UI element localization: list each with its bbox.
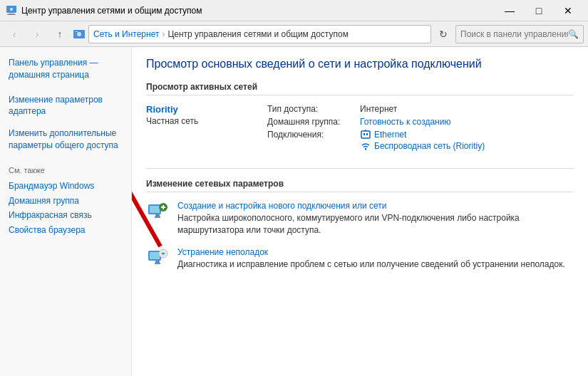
homegroup-label: Домашняя группа: — [267, 117, 360, 127]
sidebar-item-infrared[interactable]: Инфракрасная связь — [9, 208, 123, 223]
new-connection-icon-box — [146, 201, 169, 224]
svg-rect-15 — [155, 216, 160, 218]
new-connection-icon — [147, 202, 168, 223]
svg-point-24 — [163, 253, 165, 255]
ethernet-icon — [360, 130, 371, 140]
wifi-label: Беспроводная сеть (Rioritiy) — [374, 141, 485, 151]
svg-point-3 — [10, 8, 13, 11]
breadcrumb-current: Центр управления сетями и общим доступом — [167, 29, 349, 39]
refresh-button[interactable]: ↻ — [434, 25, 453, 43]
new-connection-desc: Настройка широкополосного, коммутируемог… — [177, 212, 574, 236]
setting-item-troubleshoot: Устранение неполадок Диагностика и испра… — [146, 247, 574, 271]
troubleshoot-desc: Диагностика и исправление проблем с сеть… — [177, 258, 574, 271]
network-name[interactable]: Rioritiy — [146, 104, 253, 115]
close-button[interactable]: ✕ — [554, 0, 582, 21]
wifi-connection[interactable]: Беспроводная сеть (Rioritiy) — [360, 141, 485, 151]
troubleshoot-icon-box — [146, 247, 169, 270]
change-settings-label: Изменение сетевых параметров — [146, 179, 574, 192]
breadcrumb-sep: › — [162, 29, 165, 39]
up-button[interactable]: ↑ — [50, 24, 70, 44]
page-title: Просмотр основных сведений о сети и наст… — [146, 57, 574, 72]
access-type-value: Интернет — [360, 104, 397, 114]
sidebar-item-adapter[interactable]: Изменение параметров адаптера — [0, 91, 131, 121]
title-bar-left: Центр управления сетями и общим доступом — [6, 5, 202, 16]
change-settings: Изменение сетевых параметров Создание и … — [146, 168, 574, 271]
network-type: Частная сеть — [146, 116, 253, 126]
wifi-icon — [360, 141, 371, 151]
network-info-area: Тип доступа: Интернет Домашняя группа: Г… — [267, 104, 574, 154]
connections-list: Ethernet Беспроводная сеть (Rioritiy) — [360, 130, 485, 151]
search-box: 🔍 — [455, 25, 584, 43]
homegroup-value[interactable]: Готовность к созданию — [360, 117, 450, 127]
sidebar-see-also: См. также Брандмауэр Windows Домашняя гр… — [0, 166, 131, 238]
access-type-row: Тип доступа: Интернет — [267, 104, 574, 114]
ethernet-connection[interactable]: Ethernet — [360, 130, 485, 140]
svg-point-5 — [77, 32, 81, 36]
app-icon — [6, 5, 17, 16]
troubleshoot-icon — [147, 248, 168, 269]
network-name-area: Rioritiy Частная сеть — [146, 104, 253, 126]
sidebar-item-browser[interactable]: Свойства браузера — [9, 223, 123, 238]
connections-row: Подключения: Ethernet — [267, 130, 574, 151]
breadcrumb: Сеть и Интернет › Центр управления сетям… — [88, 25, 431, 43]
setting2-text: Устранение неполадок Диагностика и испра… — [177, 247, 574, 271]
svg-rect-9 — [366, 133, 368, 135]
ethernet-label: Ethernet — [374, 130, 406, 140]
main-layout: Панель управления — домашняя страница Из… — [0, 47, 588, 376]
title-bar-text: Центр управления сетями и общим доступом — [21, 6, 202, 16]
active-networks-label: Просмотр активных сетей — [146, 82, 574, 95]
see-also-title: См. также — [9, 166, 123, 174]
access-type-label: Тип доступа: — [267, 104, 360, 114]
sidebar-home: Панель управления — домашняя страница — [0, 54, 131, 84]
title-bar-controls: — □ ✕ — [495, 0, 582, 21]
svg-rect-6 — [75, 31, 78, 32]
minimize-button[interactable]: — — [495, 0, 524, 21]
forward-button[interactable]: › — [27, 24, 47, 44]
breadcrumb-icon — [73, 28, 86, 41]
setting1-text: Создание и настройка нового подключения … — [177, 201, 574, 236]
svg-rect-8 — [363, 133, 365, 135]
svg-point-11 — [365, 148, 366, 150]
new-connection-link[interactable]: Создание и настройка нового подключения … — [177, 201, 574, 211]
homegroup-row: Домашняя группа: Готовность к созданию — [267, 117, 574, 127]
svg-rect-13 — [150, 206, 160, 213]
troubleshoot-link[interactable]: Устранение неполадок — [177, 247, 574, 257]
sidebar-item-sharing[interactable]: Изменить дополнительные параметры общего… — [0, 125, 131, 155]
address-bar: ‹ › ↑ Сеть и Интернет › Центр управления… — [0, 21, 588, 47]
back-button[interactable]: ‹ — [4, 24, 24, 44]
active-networks: Rioritiy Частная сеть Тип доступа: Интер… — [146, 104, 574, 154]
svg-rect-2 — [7, 14, 16, 15]
sidebar-item-firewall[interactable]: Брандмауэр Windows — [9, 179, 123, 194]
maximize-button[interactable]: □ — [525, 0, 553, 21]
search-icon: 🔍 — [568, 29, 579, 39]
svg-rect-20 — [150, 252, 160, 259]
title-bar: Центр управления сетями и общим доступом… — [0, 0, 588, 21]
setting-item-new-connection: Создание и настройка нового подключения … — [146, 201, 574, 236]
svg-rect-7 — [361, 131, 370, 138]
sidebar: Панель управления — домашняя страница Из… — [0, 47, 132, 376]
connections-label: Подключения: — [267, 130, 360, 140]
content-area: Просмотр основных сведений о сети и наст… — [132, 47, 588, 376]
breadcrumb-part1[interactable]: Сеть и Интернет — [93, 29, 159, 39]
sidebar-item-homegroup[interactable]: Домашняя группа — [9, 194, 123, 209]
svg-rect-22 — [155, 263, 160, 264]
search-input[interactable] — [460, 29, 568, 39]
